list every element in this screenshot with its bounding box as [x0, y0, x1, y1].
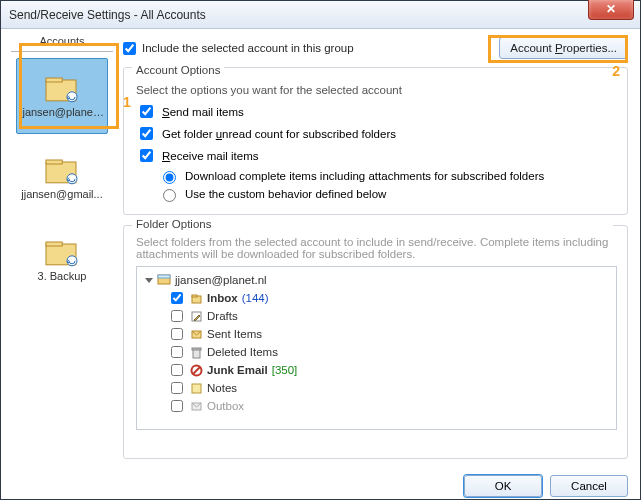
receive-mail-checkbox[interactable]: Receive mail items: [136, 146, 617, 165]
folder-tree-item[interactable]: Outbox: [143, 397, 610, 415]
folder-icon: [190, 382, 203, 395]
folder-name: Outbox: [207, 400, 244, 412]
account-label: 3. Backup: [36, 270, 89, 282]
folder-icon: [190, 310, 203, 323]
account-label: jjansen@planet...: [18, 106, 106, 118]
tree-root-label: jjansen@planet.nl: [175, 274, 267, 286]
folder-tree-item[interactable]: Junk Email [350]: [143, 361, 610, 379]
folder-tree-item[interactable]: Inbox (144): [143, 289, 610, 307]
account-item[interactable]: 3. Backup: [16, 222, 108, 298]
folder-checkbox[interactable]: [171, 328, 183, 340]
annotation-number-1: 1: [123, 94, 131, 110]
folder-name: Inbox: [207, 292, 238, 304]
unread-count-checkbox[interactable]: Get folder unread count for subscribed f…: [136, 124, 617, 143]
radio-custom-behavior[interactable]: Use the custom behavior defined below: [158, 186, 617, 202]
folder-checkbox[interactable]: [171, 364, 183, 376]
folder-checkbox[interactable]: [171, 400, 183, 412]
folder-icon: [190, 328, 203, 341]
svg-rect-7: [46, 242, 62, 246]
svg-rect-1: [46, 78, 62, 82]
svg-rect-10: [158, 275, 170, 278]
folder-checkbox[interactable]: [171, 346, 183, 358]
titlebar[interactable]: Send/Receive Settings - All Accounts ✕: [1, 1, 640, 29]
folder-name: Drafts: [207, 310, 238, 322]
folder-name: Junk Email: [207, 364, 268, 376]
folder-tree-item[interactable]: Notes: [143, 379, 610, 397]
include-account-checkbox[interactable]: Include the selected account in this gro…: [123, 42, 354, 55]
cancel-button[interactable]: Cancel: [550, 475, 628, 497]
folder-checkbox[interactable]: [171, 310, 183, 322]
account-folder-icon: [44, 74, 80, 103]
include-label-rest: nclude the selected account in this grou…: [145, 42, 353, 54]
folder-tree-item[interactable]: Drafts: [143, 307, 610, 325]
accounts-list: jjansen@planet...jjansen@gmail...3. Back…: [11, 52, 113, 298]
tree-root[interactable]: jjansen@planet.nl: [143, 271, 610, 289]
accounts-header: Accounts: [11, 33, 113, 52]
window-title: Send/Receive Settings - All Accounts: [9, 8, 206, 22]
account-options-title: Account Options: [132, 64, 224, 76]
account-folder-icon: [44, 156, 80, 185]
folder-options-title: Folder Options: [132, 218, 613, 230]
account-properties-button[interactable]: Account Properties...: [499, 37, 628, 59]
annotation-number-2: 2: [612, 63, 620, 79]
expand-icon[interactable]: [145, 278, 153, 283]
folder-checkbox[interactable]: [171, 382, 183, 394]
account-label: jjansen@gmail...: [19, 188, 104, 200]
folder-name: Notes: [207, 382, 237, 394]
radio-download-complete[interactable]: Download complete items including attach…: [158, 168, 617, 184]
folder-options-group: Folder Options Select folders from the s…: [123, 225, 628, 459]
svg-rect-19: [192, 384, 201, 393]
dialog-window: Send/Receive Settings - All Accounts ✕ A…: [0, 0, 641, 500]
ok-button[interactable]: OK: [464, 475, 542, 497]
svg-rect-16: [192, 348, 201, 350]
account-item[interactable]: jjansen@planet...: [16, 58, 108, 134]
folder-icon: [190, 400, 203, 413]
folder-icon: [190, 346, 203, 359]
folder-checkbox[interactable]: [171, 292, 183, 304]
send-mail-checkbox[interactable]: Send mail items: [136, 102, 617, 121]
folder-icon: [190, 292, 203, 305]
folder-tree-item[interactable]: Sent Items: [143, 325, 610, 343]
main-panel: Include the selected account in this gro…: [123, 33, 630, 467]
folder-count: [350]: [272, 364, 298, 376]
folder-name: Deleted Items: [207, 346, 278, 358]
svg-rect-4: [46, 160, 62, 164]
account-options-group: Account Options Select the options you w…: [123, 67, 628, 215]
folder-icon: [190, 364, 203, 377]
folder-count: (144): [242, 292, 269, 304]
account-root-icon: [157, 273, 171, 287]
folder-name: Sent Items: [207, 328, 262, 340]
close-icon: ✕: [606, 2, 616, 16]
svg-rect-12: [192, 295, 197, 297]
account-item[interactable]: jjansen@gmail...: [16, 140, 108, 216]
account-options-desc: Select the options you want for the sele…: [136, 84, 617, 96]
accounts-sidebar: Accounts jjansen@planet...jjansen@gmail.…: [11, 33, 113, 467]
folder-options-desc: Select folders from the selected account…: [136, 236, 617, 260]
folder-tree[interactable]: jjansen@planet.nl Inbox (144)DraftsSent …: [136, 266, 617, 430]
account-folder-icon: [44, 238, 80, 267]
close-button[interactable]: ✕: [588, 0, 634, 20]
folder-tree-item[interactable]: Deleted Items: [143, 343, 610, 361]
dialog-button-bar: OK Cancel: [1, 467, 640, 497]
